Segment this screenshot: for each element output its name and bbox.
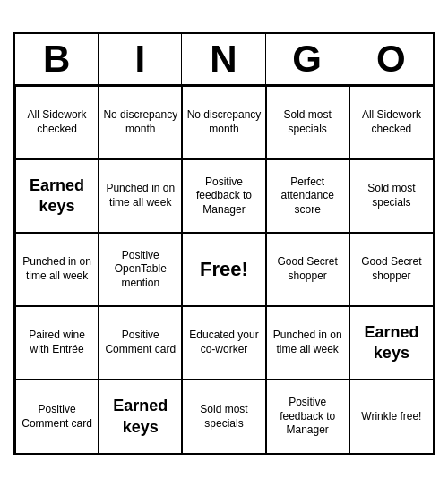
- bingo-cell-9: Sold most specials: [349, 159, 433, 233]
- bingo-cell-16: Positive Comment card: [99, 306, 182, 380]
- bingo-cell-22: Sold most specials: [182, 380, 265, 453]
- bingo-card: BINGO All Sidework checkedNo discrepancy…: [13, 32, 435, 455]
- bingo-cell-2: No discrepancy month: [182, 86, 265, 159]
- bingo-letter-b: B: [15, 34, 99, 84]
- bingo-cell-15: Paired wine with Entrée: [15, 306, 99, 380]
- bingo-cell-12: Free!: [182, 233, 265, 306]
- bingo-cell-4: All Sidework checked: [349, 86, 433, 159]
- bingo-cell-24: Wrinkle free!: [349, 380, 433, 453]
- bingo-cell-5: Earned keys: [15, 159, 99, 233]
- bingo-letter-n: N: [182, 34, 265, 84]
- bingo-cell-6: Punched in on time all week: [99, 159, 182, 233]
- bingo-cell-11: Positive OpenTable mention: [99, 233, 182, 306]
- bingo-cell-3: Sold most specials: [266, 86, 349, 159]
- bingo-cell-7: Positive feedback to Manager: [182, 159, 265, 233]
- bingo-cell-14: Good Secret shopper: [349, 233, 433, 306]
- bingo-cell-13: Good Secret shopper: [266, 233, 349, 306]
- bingo-cell-1: No discrepancy month: [99, 86, 182, 159]
- bingo-cell-21: Earned keys: [99, 380, 182, 453]
- bingo-cell-17: Educated your co-worker: [182, 306, 265, 380]
- bingo-cell-19: Earned keys: [349, 306, 433, 380]
- bingo-cell-8: Perfect attendance score: [266, 159, 349, 233]
- bingo-header: BINGO: [15, 34, 433, 86]
- bingo-cell-0: All Sidework checked: [15, 86, 99, 159]
- bingo-letter-i: I: [99, 34, 182, 84]
- bingo-cell-20: Positive Comment card: [15, 380, 99, 453]
- bingo-cell-18: Punched in on time all week: [266, 306, 349, 380]
- bingo-letter-g: G: [266, 34, 349, 84]
- bingo-cell-23: Positive feedback to Manager: [266, 380, 349, 453]
- bingo-cell-10: Punched in on time all week: [15, 233, 99, 306]
- bingo-letter-o: O: [349, 34, 433, 84]
- bingo-grid: All Sidework checkedNo discrepancy month…: [15, 86, 433, 453]
